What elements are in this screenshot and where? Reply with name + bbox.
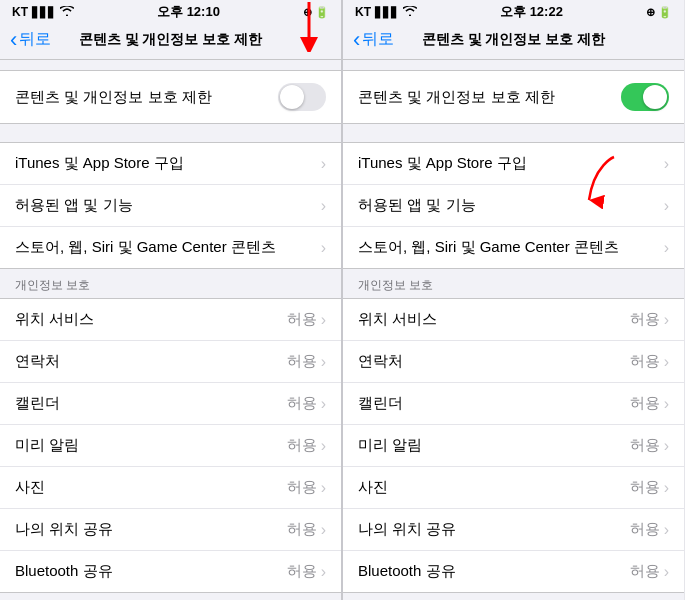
carrier-right: KT [355, 5, 371, 19]
list-item-text-0-right: iTunes 및 App Store 구입 [358, 154, 527, 173]
toggle-switch-right[interactable] [621, 83, 669, 111]
chevron-0-left: › [321, 155, 326, 173]
content-right: 콘텐츠 및 개인정보 보호 제한 iTunes 및 App Store 구입 ›… [343, 60, 684, 600]
status-left: KT ▋▋▋ [12, 5, 74, 19]
status-left-right: KT ▋▋▋ [355, 5, 417, 19]
carrier-left: KT [12, 5, 28, 19]
chevron-2-right: › [664, 239, 669, 257]
status-right-right: ⊕ 🔋 [646, 6, 672, 19]
privacy-reminder-left[interactable]: 미리 알림 허용 › [0, 425, 341, 467]
list-group1-left: iTunes 및 App Store 구입 › 허용된 앱 및 기능 › 스토어… [0, 142, 341, 269]
toggle-label-right: 콘텐츠 및 개인정보 보호 제한 [358, 88, 555, 107]
toggle-knob-left [280, 85, 304, 109]
chevron-2-left: › [321, 239, 326, 257]
wifi-left [60, 6, 74, 18]
annotation-arrow-left [295, 2, 323, 52]
privacy-sharelocation-left[interactable]: 나의 위치 공유 허용 › [0, 509, 341, 551]
chevron-0-right: › [664, 155, 669, 173]
time-left: 오후 12:10 [157, 3, 220, 21]
privacy-contacts-left[interactable]: 연락처 허용 › [0, 341, 341, 383]
privacy-group-left: 위치 서비스 허용 › 연락처 허용 › 캘린더 허용 › [0, 298, 341, 593]
list-group1-right: iTunes 및 App Store 구입 › 허용된 앱 및 기능 › [343, 142, 684, 269]
list-item-text-0-left: iTunes 및 App Store 구입 [15, 154, 184, 173]
signal-right: ▋▋▋ [375, 7, 399, 18]
chevron-1-left: › [321, 197, 326, 215]
back-button-right[interactable]: ‹ 뒤로 [353, 29, 394, 51]
signal-left: ▋▋▋ [32, 7, 56, 18]
toggle-knob-right [643, 85, 667, 109]
chevron-1-right: › [664, 197, 669, 215]
privacy-contacts-right[interactable]: 연락처 허용 › [343, 341, 684, 383]
privacy-group-right: 위치 서비스 허용 › 연락처 허용 › 캘린더 허용 › [343, 298, 684, 593]
nav-bar-right: ‹ 뒤로 콘텐츠 및 개인정보 보호 제한 [343, 22, 684, 60]
section-label-left: 개인정보 보호 [0, 269, 341, 298]
privacy-reminder-right[interactable]: 미리 알림 허용 › [343, 425, 684, 467]
privacy-photos-left[interactable]: 사진 허용 › [0, 467, 341, 509]
back-button-left[interactable]: ‹ 뒤로 [10, 29, 51, 51]
back-chevron-right: ‹ [353, 29, 360, 51]
list-item-itunes-right[interactable]: iTunes 및 App Store 구입 › [343, 143, 684, 185]
privacy-bluetooth-left[interactable]: Bluetooth 공유 허용 › [0, 551, 341, 592]
nav-title-left: 콘텐츠 및 개인정보 보호 제한 [79, 31, 263, 49]
nav-bar-left: ‹ 뒤로 콘텐츠 및 개인정보 보호 제한 [0, 22, 341, 60]
privacy-sharelocation-right[interactable]: 나의 위치 공유 허용 › [343, 509, 684, 551]
toggle-row-right: 콘텐츠 및 개인정보 보호 제한 [343, 70, 684, 124]
time-right: 오후 12:22 [500, 3, 563, 21]
back-label-right: 뒤로 [362, 29, 394, 50]
status-bar-right: KT ▋▋▋ 오후 12:22 ⊕ 🔋 [343, 0, 684, 22]
privacy-bluetooth-right[interactable]: Bluetooth 공유 허용 › [343, 551, 684, 592]
toggle-label-left: 콘텐츠 및 개인정보 보호 제한 [15, 88, 212, 107]
wifi-right [403, 6, 417, 18]
battery-right: ⊕ 🔋 [646, 6, 672, 19]
list-item-itunes-left[interactable]: iTunes 및 App Store 구입 › [0, 143, 341, 185]
toggle-switch-left[interactable] [278, 83, 326, 111]
section-label-right: 개인정보 보호 [343, 269, 684, 298]
list-item-text-2-left: 스토어, 웹, Siri 및 Game Center 콘텐츠 [15, 238, 276, 257]
list-item-text-2-right: 스토어, 웹, Siri 및 Game Center 콘텐츠 [358, 238, 619, 257]
list-item-apps-right[interactable]: 허용된 앱 및 기능 › [343, 185, 684, 227]
list-item-text-1-right: 허용된 앱 및 기능 [358, 196, 476, 215]
privacy-calendar-left[interactable]: 캘린더 허용 › [0, 383, 341, 425]
status-bar-left: KT ▋▋▋ 오후 12:10 ⊕ 🔋 [0, 0, 341, 22]
back-label-left: 뒤로 [19, 29, 51, 50]
toggle-row-left: 콘텐츠 및 개인정보 보호 제한 [0, 70, 341, 124]
privacy-location-right[interactable]: 위치 서비스 허용 › [343, 299, 684, 341]
phone-right: KT ▋▋▋ 오후 12:22 ⊕ 🔋 ‹ 뒤로 콘텐츠 및 개인정보 보호 제… [342, 0, 684, 600]
privacy-photos-right[interactable]: 사진 허용 › [343, 467, 684, 509]
phone-left: KT ▋▋▋ 오후 12:10 ⊕ 🔋 ‹ 뒤로 콘텐츠 및 개인정보 보호 제… [0, 0, 342, 600]
list-item-text-1-left: 허용된 앱 및 기능 [15, 196, 133, 215]
list-item-store-left[interactable]: 스토어, 웹, Siri 및 Game Center 콘텐츠 › [0, 227, 341, 268]
list-item-store-right[interactable]: 스토어, 웹, Siri 및 Game Center 콘텐츠 › [343, 227, 684, 268]
content-left: 콘텐츠 및 개인정보 보호 제한 iTunes 및 App Store 구입 ›… [0, 60, 341, 600]
annotation-arrow-right [564, 155, 624, 214]
privacy-calendar-right[interactable]: 캘린더 허용 › [343, 383, 684, 425]
privacy-location-left[interactable]: 위치 서비스 허용 › [0, 299, 341, 341]
list-item-apps-left[interactable]: 허용된 앱 및 기능 › [0, 185, 341, 227]
back-chevron-left: ‹ [10, 29, 17, 51]
nav-title-right: 콘텐츠 및 개인정보 보호 제한 [422, 31, 606, 49]
